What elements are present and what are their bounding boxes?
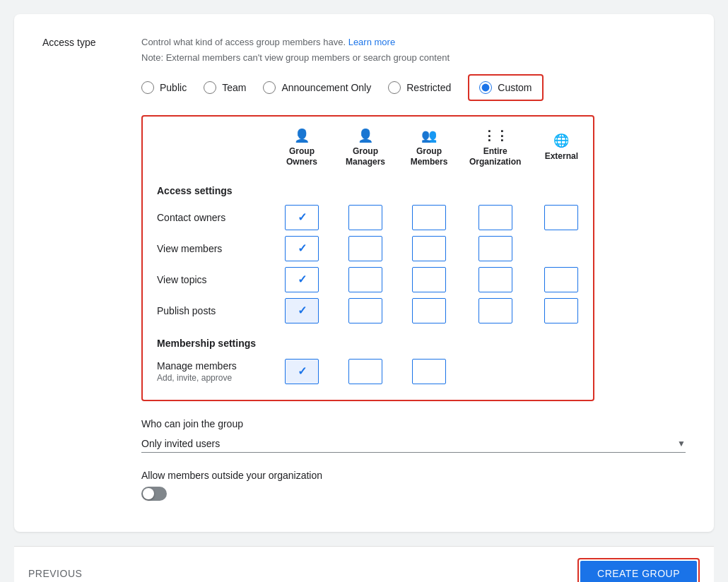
- table-row: Publish posts ✓: [143, 295, 593, 326]
- org-label: EntireOrganization: [469, 146, 521, 168]
- cell-owners-manage[interactable]: ✓: [270, 355, 334, 388]
- who-can-join-dropdown[interactable]: Only invited users ▼: [141, 435, 686, 453]
- row-publish-posts: Publish posts: [143, 295, 270, 326]
- table-row: Contact owners ✓: [143, 202, 593, 233]
- managers-icon: 👤: [358, 128, 373, 143]
- access-settings-table-wrapper: 👤 GroupOwners 👤 GroupManagers: [141, 115, 594, 401]
- allow-outside-toggle[interactable]: [141, 487, 167, 501]
- cell-owners-view-members[interactable]: ✓: [270, 233, 334, 264]
- membership-section-label: Membership settings: [143, 326, 593, 355]
- allow-outside-title: Allow members outside your organization: [141, 470, 686, 481]
- check-icon: ✓: [298, 210, 307, 224]
- footer: PREVIOUS CREATE GROUP: [14, 546, 714, 582]
- access-section-header: Access settings: [143, 174, 593, 202]
- col-header-members: 👥 GroupMembers: [397, 117, 461, 174]
- check-icon: ✓: [298, 304, 307, 317]
- row-view-members: View members: [143, 233, 270, 264]
- manage-members-sublabel: Add, invite, approve: [157, 373, 232, 383]
- check-icon: ✓: [298, 273, 307, 286]
- table-row: View members ✓: [143, 233, 593, 264]
- managers-label: GroupManagers: [346, 146, 385, 168]
- row-view-topics: View topics: [143, 264, 270, 295]
- access-type-content: Control what kind of access group member…: [141, 35, 686, 501]
- dropdown-arrow-icon: ▼: [677, 439, 686, 449]
- radio-announcement[interactable]: Announcement Only: [263, 81, 371, 94]
- access-type-label: Access type: [42, 35, 141, 48]
- owners-icon: 👤: [294, 128, 310, 143]
- cell-external-manage: [529, 355, 593, 388]
- row-manage-members: Manage members Add, invite, approve: [143, 355, 270, 388]
- membership-section-header: Membership settings: [143, 326, 593, 355]
- radio-options: Public Team Announcement Only Restricted…: [141, 74, 686, 101]
- cell-members-view-members[interactable]: [397, 233, 461, 264]
- access-section-label: Access settings: [143, 174, 593, 202]
- cell-external-view-members: [529, 233, 593, 264]
- who-can-join-section: Who can join the group Only invited user…: [141, 418, 686, 453]
- cell-org-view-topics[interactable]: [461, 264, 529, 295]
- cell-external-publish[interactable]: [529, 295, 593, 326]
- table-row: Manage members Add, invite, approve ✓: [143, 355, 593, 388]
- cell-managers-contact[interactable]: [334, 202, 397, 233]
- check-icon: ✓: [298, 364, 307, 378]
- access-description: Control what kind of access group member…: [141, 35, 686, 49]
- col-header-external: 🌐 External: [529, 117, 593, 174]
- previous-button[interactable]: PREVIOUS: [28, 568, 82, 579]
- radio-custom[interactable]: Custom: [468, 74, 543, 101]
- cell-members-view-topics[interactable]: [397, 264, 461, 295]
- members-icon: 👥: [421, 128, 437, 143]
- learn-more-link[interactable]: Learn more: [348, 37, 395, 47]
- col-header-org: ⋮⋮ EntireOrganization: [461, 117, 529, 174]
- cell-owners-contact[interactable]: ✓: [270, 202, 334, 233]
- cell-org-contact[interactable]: [461, 202, 529, 233]
- radio-team[interactable]: Team: [204, 81, 246, 94]
- cell-members-publish[interactable]: [397, 295, 461, 326]
- external-label: External: [545, 151, 578, 162]
- table-spacer: [143, 388, 593, 400]
- cell-external-contact[interactable]: [529, 202, 593, 233]
- table-row: View topics ✓: [143, 264, 593, 295]
- row-contact-owners: Contact owners: [143, 202, 270, 233]
- members-label: GroupMembers: [411, 146, 448, 168]
- table-header-row: 👤 GroupOwners 👤 GroupManagers: [143, 117, 593, 174]
- cell-owners-publish[interactable]: ✓: [270, 295, 334, 326]
- cell-managers-manage[interactable]: [334, 355, 397, 388]
- who-can-join-title: Who can join the group: [141, 418, 686, 429]
- toggle-container: [141, 487, 686, 501]
- who-can-join-value: Only invited users: [141, 438, 220, 449]
- create-button-wrapper: CREATE GROUP: [577, 558, 700, 582]
- cell-managers-view-members[interactable]: [334, 233, 397, 264]
- cell-managers-view-topics[interactable]: [334, 264, 397, 295]
- cell-members-manage[interactable]: [397, 355, 461, 388]
- external-icon: 🌐: [553, 133, 569, 148]
- cell-owners-view-topics[interactable]: ✓: [270, 264, 334, 295]
- col-header-managers: 👤 GroupManagers: [334, 117, 397, 174]
- owners-label: GroupOwners: [286, 146, 317, 168]
- create-group-button[interactable]: CREATE GROUP: [580, 561, 697, 582]
- cell-managers-publish[interactable]: [334, 295, 397, 326]
- org-icon: ⋮⋮: [483, 128, 508, 143]
- cell-org-view-members[interactable]: [461, 233, 529, 264]
- access-table: 👤 GroupOwners 👤 GroupManagers: [143, 117, 593, 400]
- cell-members-contact[interactable]: [397, 202, 461, 233]
- cell-org-publish[interactable]: [461, 295, 529, 326]
- radio-public[interactable]: Public: [141, 81, 187, 94]
- access-type-section: Access type Control what kind of access …: [42, 35, 686, 501]
- check-icon: ✓: [298, 242, 307, 255]
- cell-external-view-topics[interactable]: [529, 264, 593, 295]
- cell-org-manage: [461, 355, 529, 388]
- access-note: Note: External members can't view group …: [141, 52, 686, 63]
- toggle-thumb: [143, 488, 154, 499]
- col-header-owners: 👤 GroupOwners: [270, 117, 334, 174]
- allow-outside-section: Allow members outside your organization: [141, 470, 686, 501]
- radio-restricted[interactable]: Restricted: [388, 81, 451, 94]
- col-header-settings: [143, 117, 270, 174]
